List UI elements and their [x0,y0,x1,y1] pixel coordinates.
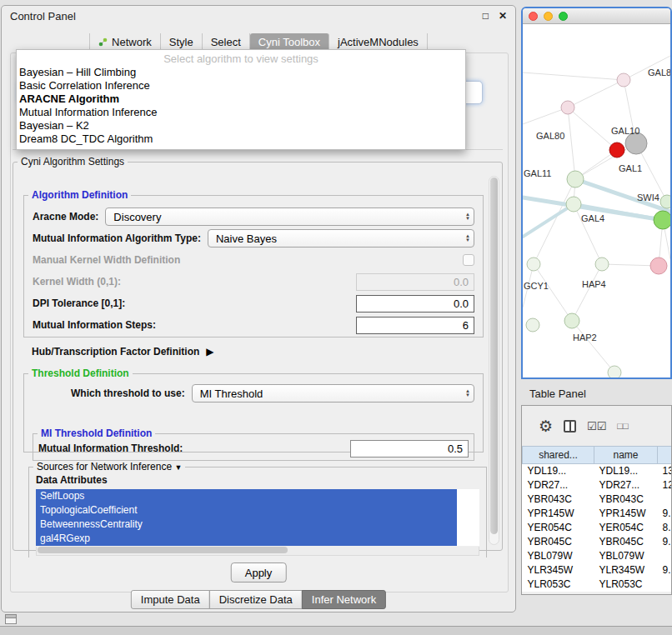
close-traffic-light-icon[interactable] [529,12,538,21]
network-edge[interactable] [534,179,575,264]
attribute-item[interactable]: gal4RGexp [36,532,457,546]
network-node[interactable] [527,258,540,271]
column-header[interactable]: shared... [523,447,594,464]
node-attribute-table[interactable]: shared...name YDL19...YDL19...13YDR27...… [522,446,672,592]
deselect-checkboxes-icon[interactable]: □□ [617,421,628,431]
node-label: GAL4 [581,213,604,223]
bottom-tab-discretize-data[interactable]: Discretize Data [209,590,303,609]
algorithm-option[interactable]: Basic Correlation Inference [17,79,465,92]
which-threshold-value: MI Threshold [200,388,263,400]
network-node[interactable] [567,171,584,188]
column-header[interactable]: name [594,447,658,464]
algorithm-option[interactable]: Dream8 DC_TDC Algorithm [17,132,465,146]
network-node[interactable] [654,211,670,229]
network-edge[interactable] [523,72,624,80]
algorithm-option[interactable]: Bayesian – Hill Climbing [17,66,465,79]
network-node[interactable] [561,101,574,114]
settings-scrollbar[interactable] [489,176,499,545]
network-node[interactable] [564,313,579,328]
table-cell: 8. [658,521,672,535]
list-horizontal-scrollbar[interactable] [36,547,479,556]
attribute-item[interactable]: SelfLoops [36,489,457,503]
column-header[interactable] [658,447,672,464]
table-row[interactable]: YER054CYER054C8. [523,521,672,535]
network-node[interactable] [526,318,539,332]
mi-steps-field[interactable]: 6 [356,317,474,334]
data-attributes-list[interactable]: SelfLoopsTopologicalCoefficientBetweenne… [36,489,479,546]
network-window-titlebar[interactable] [523,8,670,24]
attribute-item[interactable]: BetweennessCentrality [36,518,457,532]
sources-group: Sources for Network Inference ▼ Data Att… [28,461,487,558]
algorithm-option[interactable]: Mutual Information Inference [17,106,465,119]
network-node[interactable] [609,142,624,158]
algorithm-dropdown-popup: Select algorithm to view settings Bayesi… [16,49,466,150]
network-canvas[interactable]: GAL8GAL80GAL10GAL11GAL1SWI4GAL4GCY1HAP4H… [523,24,670,378]
table-row[interactable]: YBR043CYBR043C [523,492,672,507]
select-all-checkboxes-icon[interactable]: ☑☑ [587,420,606,432]
table-row[interactable]: YDR27...YDR27...12 [523,478,672,492]
control-panel-titlebar[interactable]: Control Panel □ ✕ [2,6,515,26]
network-edge[interactable] [534,264,572,321]
network-node[interactable] [566,197,581,212]
bottom-tab-impute-data[interactable]: Impute Data [131,590,210,609]
network-edge[interactable] [568,80,624,108]
zoom-traffic-light-icon[interactable] [559,12,568,21]
restore-panel-icon[interactable] [5,614,17,624]
data-attributes-label: Data Attributes [36,474,486,486]
network-edge[interactable] [523,204,574,237]
mi-threshold-group: MI Threshold Definition Mutual Informati… [33,428,474,461]
network-edge[interactable] [523,108,568,124]
table-row[interactable]: YBL079WYBL079W [523,549,672,563]
hub-section-toggle[interactable]: Hub/Transcription Factor Definition ▶ [32,346,214,358]
mi-type-label: Mutual Information Algorithm Type: [33,232,201,244]
table-cell: YBR045C [523,535,594,549]
aracne-mode-select[interactable]: Discovery ▲▼ [105,208,474,226]
control-panel-window: Control Panel □ ✕ NetworkStyleSelectCyni… [1,5,516,612]
network-node[interactable] [617,73,630,87]
gear-icon[interactable]: ⚙ [539,417,553,436]
table-row[interactable]: YBR045CYBR045C9. [523,535,672,549]
table-row[interactable]: YLR345WYLR345W9. [523,563,672,578]
network-node[interactable] [650,258,667,274]
table-row[interactable]: YLR053CYLR053C [523,578,672,592]
stepper-icon: ▲▼ [460,234,470,242]
network-edge[interactable] [568,108,575,179]
node-label: GCY1 [524,281,549,291]
network-node[interactable] [660,195,670,208]
table-cell: YLR053C [523,578,594,592]
apply-button[interactable]: Apply [231,562,287,582]
float-window-icon[interactable]: □ [483,10,489,22]
bottom-tab-infer-network[interactable]: Infer Network [302,590,386,609]
table-row[interactable]: YDL19...YDL19...13 [523,464,672,478]
dpi-tolerance-row: DPI Tolerance [0,1]: 0.0 [24,292,483,314]
network-edge[interactable] [572,321,614,372]
table-toolbar: ⚙ ☑☑ □□ [522,406,671,446]
collapsed-arrow-icon[interactable]: ▶ [206,346,213,358]
minimize-traffic-light-icon[interactable] [544,12,553,21]
mi-type-select[interactable]: Naive Bayes ▲▼ [208,229,474,248]
network-edge[interactable] [572,264,602,321]
network-edge[interactable] [568,108,617,150]
attribute-item[interactable]: TopologicalCoefficient [36,503,457,518]
tab-label: Style [169,36,193,48]
network-node[interactable] [608,366,621,378]
columns-icon[interactable] [564,420,576,432]
scrollbar-thumb[interactable] [490,178,498,534]
algorithm-option[interactable]: Bayesian – K2 [17,119,465,132]
sources-section-toggle[interactable]: Sources for Network Inference ▼ [33,461,185,472]
network-view-window[interactable]: GAL8GAL80GAL10GAL11GAL1SWI4GAL4GCY1HAP4H… [521,7,672,379]
dpi-tolerance-field[interactable]: 0.0 [356,295,474,312]
algorithm-option[interactable]: ARACNE Algorithm [17,92,465,106]
manual-kernel-checkbox[interactable] [463,254,474,266]
close-icon[interactable]: ✕ [499,10,507,22]
node-label: GAL8 [648,68,670,78]
expanded-arrow-icon[interactable]: ▼ [174,463,182,472]
stepper-icon: ▲▼ [460,389,470,398]
cyni-algorithm-settings-group: Cyni Algorithm Settings Algorithm Defini… [13,156,503,551]
which-threshold-select[interactable]: MI Threshold ▲▼ [192,384,474,402]
mi-type-row: Mutual Information Algorithm Type: Naive… [24,228,483,249]
network-node[interactable] [595,258,609,271]
table-row[interactable]: YPR145WYPR145W9. [523,507,672,521]
mi-threshold-field[interactable]: 0.5 [350,440,469,458]
scrollbar-thumb[interactable] [38,547,288,553]
